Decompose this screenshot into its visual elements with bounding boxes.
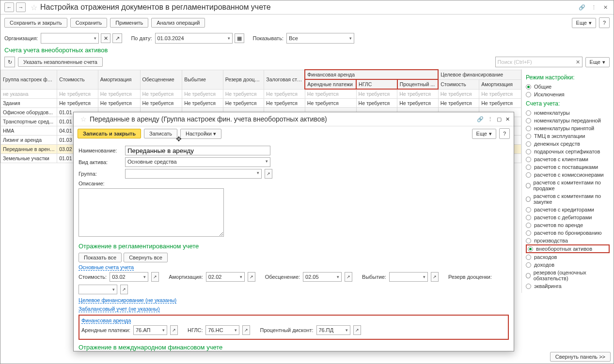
collapse-all-button[interactable]: Свернуть все xyxy=(124,253,168,262)
dispose-open[interactable]: ↗ xyxy=(431,272,439,282)
percent-input[interactable]: 76.ПД xyxy=(316,325,350,335)
calendar-icon[interactable]: ▦ xyxy=(235,33,244,43)
main-accounts-link[interactable]: Основные счета учета xyxy=(79,264,134,271)
save-close-button[interactable]: Сохранить и закрыть xyxy=(4,18,67,28)
table-more-button[interactable]: Еще ▾ xyxy=(585,57,610,67)
account-radio[interactable]: расчетов с клиентами xyxy=(526,155,610,163)
menu-icon[interactable]: ⋮ xyxy=(589,3,598,12)
impair-input[interactable]: 02.05 xyxy=(303,272,342,282)
account-radio[interactable]: номенклатуры xyxy=(526,109,610,117)
mode-radio[interactable]: Общие xyxy=(526,83,610,91)
modal-save-close[interactable]: Записать и закрыть xyxy=(78,129,141,138)
modal-help[interactable]: ? xyxy=(499,128,510,139)
star-icon[interactable]: ☆ xyxy=(31,3,37,12)
refresh-button[interactable]: ↻ xyxy=(4,57,15,67)
amort-open[interactable]: ↗ xyxy=(248,272,255,282)
account-radio[interactable]: производства xyxy=(526,237,610,244)
desc-textarea[interactable] xyxy=(79,188,224,237)
modal-link-icon[interactable]: 🔗 xyxy=(477,116,484,122)
modal-star-icon[interactable]: ☆ xyxy=(80,115,87,123)
date-input[interactable]: 01.03.2024 xyxy=(155,33,233,44)
th-cost[interactable]: Стоимость xyxy=(57,70,98,89)
asset-select[interactable]: Основные средства xyxy=(125,157,270,167)
table-row[interactable]: не указанаНе требуетсяНе требуетсяНе тре… xyxy=(1,89,521,99)
account-radio[interactable]: подарочных сертификатов xyxy=(526,148,610,155)
impair-open[interactable]: ↗ xyxy=(345,272,352,282)
forward-button[interactable]: → xyxy=(16,2,26,12)
account-radio[interactable]: расчетов с поставщиками xyxy=(526,163,610,171)
help-button[interactable]: ? xyxy=(599,17,610,28)
account-radio[interactable]: расчетов с комиссионерами xyxy=(526,171,610,179)
th-amort2[interactable]: Амортизация xyxy=(479,79,521,89)
ngls-input[interactable]: 76.НС xyxy=(205,325,239,335)
modal-close-icon[interactable]: ✕ xyxy=(505,116,510,122)
name-input[interactable] xyxy=(125,146,270,155)
account-radio[interactable]: номенклатуры принятой xyxy=(526,124,610,132)
account-radio[interactable]: номенклатуры переданной xyxy=(526,117,610,124)
cost-input[interactable]: 03.02 xyxy=(110,272,148,282)
account-radio[interactable]: расчетов с комитентами по продаже xyxy=(526,179,610,192)
th-cost2[interactable]: Стоимость xyxy=(438,79,479,89)
reserve-input[interactable] xyxy=(79,285,117,294)
target-link[interactable]: Целевое финансирование (не указаны) xyxy=(79,297,176,303)
account-radio[interactable]: расчетов с кредиторами xyxy=(526,206,610,213)
save-button[interactable]: Сохранить xyxy=(70,18,108,28)
ngls-open[interactable]: ↗ xyxy=(242,325,250,335)
cost-open[interactable]: ↗ xyxy=(151,272,159,282)
th-reserve[interactable]: Резерв дооценки xyxy=(223,70,264,89)
table-row[interactable]: ЗданияНе требуетсяНе требуетсяНе требует… xyxy=(1,99,521,108)
th-amort[interactable]: Амортизация xyxy=(98,70,140,89)
fill-empty-button[interactable]: Указать незаполненные счета xyxy=(18,57,103,67)
link-icon[interactable]: 🔗 xyxy=(578,3,586,12)
offbal-link[interactable]: Забалансовый учет (не указаны) xyxy=(79,306,160,312)
modal-maximize-icon[interactable]: ▢ xyxy=(497,116,502,122)
account-radio[interactable]: внеоборотных активов xyxy=(526,244,610,253)
account-radio[interactable]: расходов xyxy=(526,253,610,261)
th-lease-pay[interactable]: Арендные платежи xyxy=(305,79,356,89)
lease-pay-input[interactable]: 76.АП xyxy=(133,325,167,335)
org-clear[interactable]: ✕ xyxy=(101,33,110,43)
back-button[interactable]: ← xyxy=(4,2,14,12)
more-button[interactable]: Еще ▾ xyxy=(572,18,596,28)
th-target[interactable]: Целевое финансирование xyxy=(438,70,521,79)
modal-settings[interactable]: Настройки ▾ xyxy=(180,129,221,139)
th-finlease[interactable]: Финансовая аренда xyxy=(305,70,438,79)
close-icon[interactable]: ✕ xyxy=(601,3,610,12)
account-radio[interactable]: расчетов с дебиторами xyxy=(526,213,610,221)
analyze-button[interactable]: Анализ операций xyxy=(151,18,205,28)
modal-more[interactable]: Еще ▾ xyxy=(472,129,496,139)
th-percent[interactable]: Процентный ... xyxy=(397,79,439,89)
modal-save[interactable]: Записать xyxy=(144,129,177,138)
show-select[interactable]: Все xyxy=(286,33,354,44)
account-radio[interactable]: расчетов по аренде xyxy=(526,221,610,229)
group-open[interactable]: ↗ xyxy=(265,169,272,179)
dispose-input[interactable] xyxy=(389,272,428,282)
collapse-panel-button[interactable]: Свернуть панель >> xyxy=(550,352,611,362)
account-radio[interactable]: резервов (оценочных обязательств) xyxy=(526,269,610,282)
th-dispose[interactable]: Выбытие xyxy=(182,70,223,89)
account-radio[interactable]: ТМЦ в эксплуатации xyxy=(526,132,610,140)
org-open[interactable]: ↗ xyxy=(112,33,122,43)
account-radio[interactable]: доходов xyxy=(526,261,610,269)
account-radio[interactable]: эквайринга xyxy=(526,282,610,290)
percent-open[interactable]: ↗ xyxy=(353,325,361,335)
search-clear-icon[interactable]: ✕ xyxy=(576,59,580,65)
mode-radio[interactable]: Исключения xyxy=(526,91,610,98)
th-ngls[interactable]: НГЛС xyxy=(356,79,397,89)
amort-input[interactable]: 02.02 xyxy=(206,272,245,282)
reserve-open[interactable]: ↗ xyxy=(120,285,128,294)
account-radio[interactable]: расчетов по бронированию xyxy=(526,229,610,237)
lease-pay-open[interactable]: ↗ xyxy=(170,325,178,335)
finlease-link[interactable]: Финансовая аренда xyxy=(81,318,131,324)
th-pledge[interactable]: Залоговая стоимость xyxy=(264,70,305,89)
search-input[interactable]: Поиск (Ctrl+F) ✕ xyxy=(495,57,583,67)
group-select[interactable] xyxy=(125,169,262,179)
th-impair[interactable]: Обесценение xyxy=(140,70,182,89)
apply-button[interactable]: Применить xyxy=(110,18,148,28)
th-group[interactable]: Группа настроек фин. учета xyxy=(1,70,57,89)
account-radio[interactable]: денежных средств xyxy=(526,140,610,148)
modal-menu-icon[interactable]: ⋮ xyxy=(488,116,493,122)
org-select[interactable] xyxy=(41,33,99,44)
account-radio[interactable]: расчетов с комитентами по закупке xyxy=(526,192,610,206)
show-all-button[interactable]: Показать все xyxy=(79,253,122,262)
